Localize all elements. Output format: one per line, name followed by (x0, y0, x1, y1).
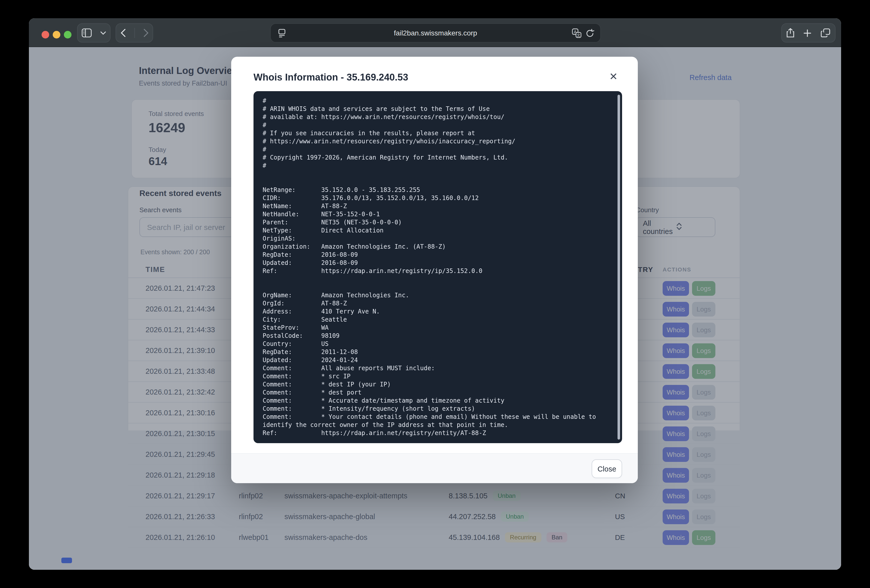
window-zoom-button[interactable] (64, 31, 72, 39)
back-icon[interactable] (121, 29, 125, 37)
modal-title: Whois Information - 35.169.240.53 (253, 72, 408, 83)
screen: fail2ban.swissmakers.corp A文 (0, 0, 870, 588)
page-settings-icon[interactable] (278, 28, 286, 40)
address-bar[interactable]: fail2ban.swissmakers.corp A文 (270, 23, 601, 43)
window-close-button[interactable] (42, 31, 49, 39)
share-icon[interactable] (787, 28, 794, 38)
browser-toolbar: fail2ban.swissmakers.corp A文 (29, 18, 841, 47)
close-button[interactable]: Close (591, 459, 622, 478)
nav-buttons (116, 23, 153, 43)
chevron-down-icon (100, 31, 106, 35)
forward-icon[interactable] (143, 29, 148, 37)
page-content: Internal Log Overview Events stored by F… (29, 47, 841, 570)
toolbar-right-buttons (781, 23, 836, 43)
new-tab-icon[interactable] (804, 29, 812, 37)
whois-output: # # ARIN WHOIS data and services are sub… (263, 97, 613, 437)
safari-window: fail2ban.swissmakers.corp A文 (29, 18, 841, 570)
translate-icon[interactable]: A文 (572, 28, 581, 40)
sidebar-toggle-button[interactable] (77, 23, 110, 43)
sidebar-icon (82, 28, 92, 37)
modal-close-icon[interactable]: ✕ (606, 69, 621, 84)
svg-text:文: 文 (577, 33, 581, 37)
terminal-scrollbar[interactable] (618, 95, 620, 440)
url-text: fail2ban.swissmakers.corp (271, 29, 600, 37)
modal-footer: Close (231, 453, 638, 483)
nav-separator (134, 28, 135, 38)
whois-terminal: # # ARIN WHOIS data and services are sub… (253, 91, 622, 443)
tab-overview-icon[interactable] (821, 28, 830, 37)
window-minimize-button[interactable] (53, 31, 60, 39)
reload-icon[interactable] (585, 29, 594, 40)
whois-modal: Whois Information - 35.169.240.53 ✕ # # … (231, 57, 638, 483)
